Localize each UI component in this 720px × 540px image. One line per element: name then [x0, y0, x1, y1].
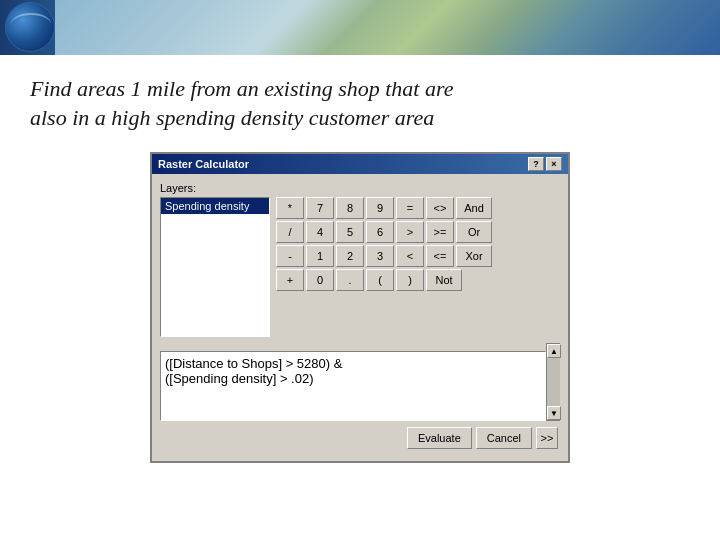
heading-line1: Find areas 1 mile from an existing shop …: [30, 76, 453, 101]
scroll-up-btn[interactable]: ▲: [547, 344, 561, 358]
expression-area[interactable]: ([Distance to Shops] > 5280) &([Spending…: [160, 351, 546, 421]
btn-not-equal[interactable]: <>: [426, 197, 454, 219]
btn-8[interactable]: 8: [336, 197, 364, 219]
btn-9[interactable]: 9: [366, 197, 394, 219]
btn-divide[interactable]: /: [276, 221, 304, 243]
btn-3[interactable]: 3: [366, 245, 394, 267]
title-buttons: ? ×: [528, 157, 562, 171]
btn-close-paren[interactable]: ): [396, 269, 424, 291]
expression-row: ([Distance to Shops] > 5280) &([Spending…: [160, 343, 560, 421]
btn-open-paren[interactable]: (: [366, 269, 394, 291]
btn-equals[interactable]: =: [396, 197, 424, 219]
btn-plus[interactable]: +: [276, 269, 304, 291]
more-button[interactable]: >>: [536, 427, 558, 449]
scrollbar[interactable]: ▲ ▼: [546, 343, 560, 421]
dialog-bottom-buttons: Evaluate Cancel >>: [160, 427, 560, 453]
layers-label: Layers:: [160, 182, 560, 194]
calculator-grid: * 7 8 9 = <> And / 4 5 6 >: [276, 197, 492, 337]
btn-1[interactable]: 1: [306, 245, 334, 267]
background-header: [0, 0, 720, 55]
btn-2[interactable]: 2: [336, 245, 364, 267]
btn-xor[interactable]: Xor: [456, 245, 492, 267]
dialog-body: Layers: Spending density * 7 8 9 = <>: [152, 174, 568, 461]
help-button[interactable]: ?: [528, 157, 544, 171]
btn-or[interactable]: Or: [456, 221, 492, 243]
btn-4[interactable]: 4: [306, 221, 334, 243]
dialog-main: Spending density * 7 8 9 = <> And: [160, 197, 560, 337]
content-area: Find areas 1 mile from an existing shop …: [0, 55, 720, 540]
scroll-down-btn[interactable]: ▼: [547, 406, 561, 420]
heading-line2: also in a high spending density customer…: [30, 105, 434, 130]
layer-item-spending-density[interactable]: Spending density: [161, 198, 269, 214]
evaluate-button[interactable]: Evaluate: [407, 427, 472, 449]
heading: Find areas 1 mile from an existing shop …: [30, 75, 690, 132]
cancel-button[interactable]: Cancel: [476, 427, 532, 449]
btn-6[interactable]: 6: [366, 221, 394, 243]
btn-dot[interactable]: .: [336, 269, 364, 291]
dialog-title: Raster Calculator: [158, 158, 249, 170]
map-background: [55, 0, 720, 55]
calc-row-3: - 1 2 3 < <= Xor: [276, 245, 492, 267]
btn-minus[interactable]: -: [276, 245, 304, 267]
globe-icon: [5, 2, 55, 52]
layers-list[interactable]: Spending density: [160, 197, 270, 337]
close-button[interactable]: ×: [546, 157, 562, 171]
btn-5[interactable]: 5: [336, 221, 364, 243]
btn-and[interactable]: And: [456, 197, 492, 219]
btn-0[interactable]: 0: [306, 269, 334, 291]
btn-less-equal[interactable]: <=: [426, 245, 454, 267]
btn-7[interactable]: 7: [306, 197, 334, 219]
calc-row-2: / 4 5 6 > >= Or: [276, 221, 492, 243]
btn-less[interactable]: <: [396, 245, 424, 267]
scroll-track: [547, 358, 560, 406]
calc-row-1: * 7 8 9 = <> And: [276, 197, 492, 219]
btn-greater-equal[interactable]: >=: [426, 221, 454, 243]
btn-greater[interactable]: >: [396, 221, 424, 243]
expression-container: ([Distance to Shops] > 5280) &([Spending…: [160, 343, 560, 421]
btn-not[interactable]: Not: [426, 269, 462, 291]
btn-multiply[interactable]: *: [276, 197, 304, 219]
raster-calculator-dialog: Raster Calculator ? × Layers: Spending d…: [150, 152, 570, 463]
dialog-titlebar: Raster Calculator ? ×: [152, 154, 568, 174]
calc-row-4: + 0 . ( ) Not: [276, 269, 492, 291]
